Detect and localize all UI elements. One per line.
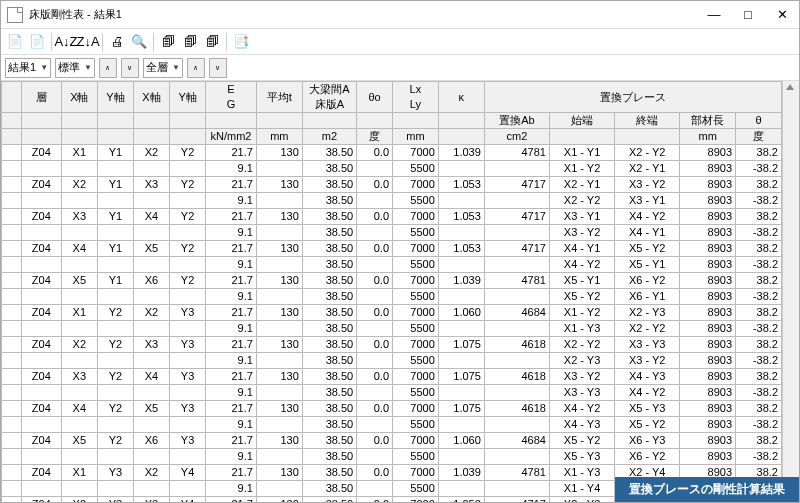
cell xyxy=(256,481,302,497)
cell xyxy=(21,289,61,305)
cell: 7000 xyxy=(393,241,439,257)
cell: X5 - Y3 xyxy=(549,449,614,465)
spin-down-1[interactable]: ∨ xyxy=(121,58,139,78)
toolbar-button[interactable]: 🔍 xyxy=(129,32,149,52)
cell: 38.50 xyxy=(302,145,356,161)
cell: X3 - Y1 xyxy=(615,193,680,209)
column-header: 度 xyxy=(736,129,782,145)
cell: X3 xyxy=(61,209,97,225)
cell: 0.0 xyxy=(357,273,393,289)
cell: X3 - Y2 xyxy=(615,177,680,193)
cell: Y1 xyxy=(97,209,133,225)
table-row[interactable]: Z04X5Y1X6Y221.713038.500.070001.0394781X… xyxy=(2,273,782,289)
spin-up-1[interactable]: ∧ xyxy=(99,58,117,78)
table-row[interactable]: Z04X1Y2X2Y321.713038.500.070001.0604684X… xyxy=(2,305,782,321)
table-row[interactable]: 9.138.505500X1 - Y2X2 - Y18903-38.2 xyxy=(2,161,782,177)
toolbar-button[interactable]: Z↓A xyxy=(78,32,98,52)
column-header xyxy=(133,129,169,145)
table-row[interactable]: Z04X2Y1X3Y221.713038.500.070001.0534717X… xyxy=(2,177,782,193)
column-header: 始端 xyxy=(549,113,614,129)
toolbar-button[interactable]: A↓Z xyxy=(56,32,76,52)
toolbar-button[interactable]: 🗐 xyxy=(202,32,222,52)
column-header xyxy=(21,129,61,145)
minimize-button[interactable]: — xyxy=(697,1,731,29)
cell: 1.039 xyxy=(438,273,484,289)
layer-select[interactable]: 全層▼ xyxy=(143,58,183,78)
column-header xyxy=(438,113,484,129)
cell: -38.2 xyxy=(736,449,782,465)
table-row[interactable]: 9.138.505500X3 - Y3X4 - Y28903-38.2 xyxy=(2,385,782,401)
close-button[interactable]: ✕ xyxy=(765,1,799,29)
table-row[interactable]: Z04X1Y1X2Y221.713038.500.070001.0394781X… xyxy=(2,145,782,161)
table-row[interactable]: 9.138.505500X5 - Y3X6 - Y28903-38.2 xyxy=(2,449,782,465)
cell: 38.50 xyxy=(302,385,356,401)
cell xyxy=(170,161,206,177)
cell: Y4 xyxy=(170,465,206,481)
toolbar-button[interactable]: 📑 xyxy=(231,32,251,52)
spin-up-2[interactable]: ∧ xyxy=(187,58,205,78)
toolbar-button[interactable]: 🗐 xyxy=(180,32,200,52)
cell: Z04 xyxy=(21,145,61,161)
table-row[interactable]: Z04X5Y2X6Y321.713038.500.070001.0604684X… xyxy=(2,433,782,449)
cell xyxy=(438,417,484,433)
table-row[interactable]: 9.138.505500X1 - Y3X2 - Y28903-38.2 xyxy=(2,321,782,337)
grid-body[interactable]: 層X軸Y軸X軸Y軸EG平均t大梁間A床版AθoLxLyκ置換ブレース置換Ab始端… xyxy=(1,81,782,502)
table-row[interactable]: 9.138.505500X3 - Y2X4 - Y18903-38.2 xyxy=(2,225,782,241)
cell xyxy=(438,225,484,241)
cell: X1 xyxy=(61,305,97,321)
table-row[interactable]: 9.138.505500X5 - Y2X6 - Y18903-38.2 xyxy=(2,289,782,305)
cell: 38.2 xyxy=(736,273,782,289)
table-row[interactable]: 9.138.505500X2 - Y2X3 - Y18903-38.2 xyxy=(2,193,782,209)
cell: X5 - Y2 xyxy=(549,289,614,305)
maximize-button[interactable]: □ xyxy=(731,1,765,29)
cell: Y1 xyxy=(97,145,133,161)
table-row[interactable]: 9.138.505500X2 - Y3X3 - Y28903-38.2 xyxy=(2,353,782,369)
cell xyxy=(133,225,169,241)
cell: 21.7 xyxy=(206,177,257,193)
cell: X4 - Y3 xyxy=(549,417,614,433)
vertical-scrollbar[interactable] xyxy=(782,81,799,502)
table-row[interactable]: Z04X2Y2X3Y321.713038.500.070001.0754618X… xyxy=(2,337,782,353)
cell: X6 - Y1 xyxy=(615,289,680,305)
standard-select[interactable]: 標準▼ xyxy=(55,58,95,78)
cell: 38.50 xyxy=(302,273,356,289)
result-select[interactable]: 結果1▼ xyxy=(5,58,51,78)
cell: 8903 xyxy=(680,273,736,289)
column-header: X軸 xyxy=(61,82,97,113)
cell xyxy=(170,193,206,209)
table-row[interactable]: Z04X4Y1X5Y221.713038.500.070001.0534717X… xyxy=(2,241,782,257)
cell: 4781 xyxy=(484,465,549,481)
cell: X2 - Y1 xyxy=(615,161,680,177)
cell xyxy=(438,481,484,497)
cell: 9.1 xyxy=(206,353,257,369)
cell: 21.7 xyxy=(206,305,257,321)
cell: 4618 xyxy=(484,401,549,417)
cell xyxy=(256,289,302,305)
cell: 38.50 xyxy=(302,465,356,481)
title-bar: 床版剛性表 - 結果1 — □ ✕ xyxy=(1,1,799,29)
cell: Z04 xyxy=(21,305,61,321)
cell: 21.7 xyxy=(206,241,257,257)
spin-down-2[interactable]: ∨ xyxy=(209,58,227,78)
toolbar-button[interactable]: 🖨 xyxy=(107,32,127,52)
table-row[interactable]: Z04X3Y1X4Y221.713038.500.070001.0534717X… xyxy=(2,209,782,225)
cell xyxy=(438,353,484,369)
table-row[interactable]: 9.138.505500X4 - Y3X5 - Y28903-38.2 xyxy=(2,417,782,433)
toolbar-button[interactable]: 🗐 xyxy=(158,32,178,52)
toolbar-button[interactable]: 📄 xyxy=(27,32,47,52)
cell: 5500 xyxy=(393,289,439,305)
table-row[interactable]: Z04X3Y2X4Y321.713038.500.070001.0754618X… xyxy=(2,369,782,385)
cell: 38.50 xyxy=(302,305,356,321)
cell xyxy=(357,225,393,241)
table-row[interactable]: 9.138.505500X4 - Y2X5 - Y18903-38.2 xyxy=(2,257,782,273)
toolbar-button[interactable]: 📄 xyxy=(5,32,25,52)
cell xyxy=(170,225,206,241)
cell: Y3 xyxy=(170,305,206,321)
table-row[interactable]: Z04X4Y2X5Y321.713038.500.070001.0754618X… xyxy=(2,401,782,417)
cell: X2 - Y2 xyxy=(549,193,614,209)
column-header xyxy=(393,113,439,129)
cell: 7000 xyxy=(393,433,439,449)
cell: Y4 xyxy=(170,497,206,503)
column-header xyxy=(438,129,484,145)
cell: 38.50 xyxy=(302,161,356,177)
